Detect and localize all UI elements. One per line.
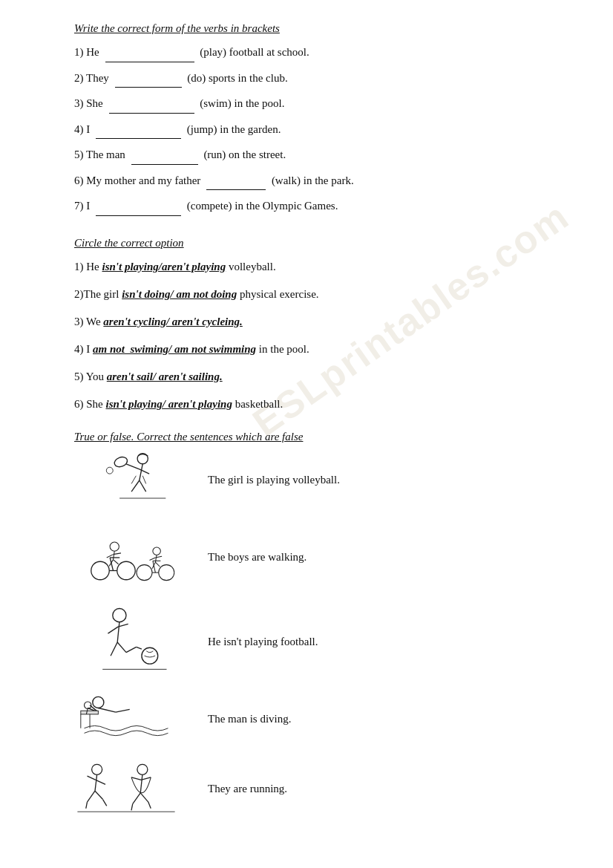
sentence-1: 1) He (play) football at school. [74, 42, 568, 62]
section1: Write the correct form of the verbs in b… [74, 22, 568, 216]
svg-point-61 [137, 764, 148, 774]
sentence-2: 2) They (do) sports in the club. [74, 68, 568, 88]
illustration-football [74, 605, 193, 679]
svg-line-7 [131, 475, 136, 483]
svg-line-32 [155, 562, 160, 567]
svg-line-35 [108, 627, 118, 633]
svg-point-16 [110, 542, 119, 551]
circle-sentence-4: 4) I am not swiming/ am not swimming in … [74, 339, 568, 359]
tof-row-1: The girl is playing volleyball. [74, 451, 568, 510]
svg-line-58 [95, 791, 103, 799]
sentence-6: 6) My mother and my father (walk) in the… [74, 171, 568, 191]
svg-point-23 [159, 564, 174, 580]
section2-title: Circle the correct option [74, 237, 568, 249]
blank-2[interactable] [115, 68, 182, 88]
sentence-3: 3) She (swim) in the pool. [74, 94, 568, 114]
svg-line-65 [133, 792, 141, 803]
svg-line-40 [137, 647, 142, 649]
svg-point-27 [153, 547, 161, 555]
blank-3[interactable] [109, 94, 194, 114]
svg-line-59 [86, 802, 88, 809]
tof-text-3: He isn't playing football. [208, 636, 568, 648]
running-people-svg [74, 760, 178, 819]
svg-line-56 [96, 780, 105, 784]
tof-text-5: They are running. [208, 783, 568, 795]
circle-sentence-6: 6) She isn't playing/ aren't playing bas… [74, 394, 568, 414]
svg-point-5 [113, 455, 128, 469]
circle-sentence-1: 1) He isn't playing/aren't playing volle… [74, 257, 568, 277]
illustration-tennis [74, 451, 193, 510]
svg-line-63 [131, 777, 141, 780]
svg-point-12 [117, 561, 136, 580]
svg-line-39 [126, 647, 137, 652]
cycling-boys-svg [74, 521, 178, 595]
svg-point-53 [92, 764, 102, 774]
svg-line-38 [117, 642, 126, 653]
svg-line-62 [140, 774, 142, 793]
blank-5[interactable] [131, 145, 198, 165]
svg-line-68 [148, 802, 151, 809]
blank-6[interactable] [206, 171, 266, 191]
svg-line-55 [88, 776, 96, 780]
svg-line-29 [150, 558, 156, 561]
circle-sentence-3: 3) We aren't cycling/ aren't cycleing. [74, 312, 568, 332]
svg-line-21 [114, 559, 119, 564]
svg-line-67 [131, 803, 133, 810]
blank-1[interactable] [105, 42, 194, 62]
sentence-7: 7) I (compete) in the Olympic Games. [74, 196, 568, 216]
sentence-5: 5) The man (run) on the street. [74, 145, 568, 165]
circle-sentence-5: 5) You aren't sail/ aren't sailing. [74, 367, 568, 387]
tennis-girl-svg [74, 451, 178, 510]
illustration-running [74, 760, 193, 819]
blank-7[interactable] [96, 196, 181, 216]
tof-row-4: The man is diving. [74, 690, 568, 749]
section1-title: Write the correct form of the verbs in b… [74, 22, 568, 35]
illustration-diving [74, 690, 193, 749]
football-player-svg [74, 605, 178, 679]
svg-line-45 [116, 709, 130, 712]
tof-row-3: He isn't playing football. [74, 605, 568, 679]
tof-text-4: The man is diving. [208, 713, 568, 725]
tof-text-1: The girl is playing volleyball. [208, 474, 568, 486]
svg-line-31 [152, 562, 155, 569]
svg-line-1 [140, 463, 142, 480]
svg-point-33 [113, 608, 126, 621]
svg-point-41 [142, 647, 158, 664]
svg-line-44 [98, 708, 116, 712]
tof-row-2: The boys are walking. [74, 521, 568, 595]
svg-line-8 [142, 475, 145, 483]
svg-point-11 [91, 561, 110, 580]
svg-line-60 [103, 799, 107, 806]
svg-point-9 [106, 467, 113, 474]
svg-point-43 [93, 696, 104, 708]
svg-line-57 [88, 791, 96, 802]
tof-text-2: The boys are walking. [208, 551, 568, 564]
section3: True or false. Correct the sentences whi… [74, 431, 568, 819]
tof-row-5: They are running. [74, 760, 568, 819]
section3-title: True or false. Correct the sentences whi… [74, 431, 568, 443]
svg-line-37 [111, 642, 117, 656]
svg-line-20 [109, 559, 113, 566]
svg-line-34 [117, 621, 119, 642]
svg-line-54 [95, 774, 97, 791]
sentence-4: 4) I (jump) in the garden. [74, 120, 568, 140]
svg-line-4 [126, 463, 140, 469]
illustration-cycling [74, 521, 193, 595]
svg-point-22 [137, 564, 152, 580]
circle-sentence-2: 2)The girl isn't doing/ am not doing phy… [74, 284, 568, 304]
section2: Circle the correct option 1) He isn't pl… [74, 237, 568, 414]
svg-line-66 [140, 792, 148, 801]
diving-man-svg [74, 690, 178, 749]
blank-4[interactable] [96, 120, 181, 140]
svg-line-17 [114, 551, 115, 559]
svg-rect-48 [81, 711, 99, 714]
